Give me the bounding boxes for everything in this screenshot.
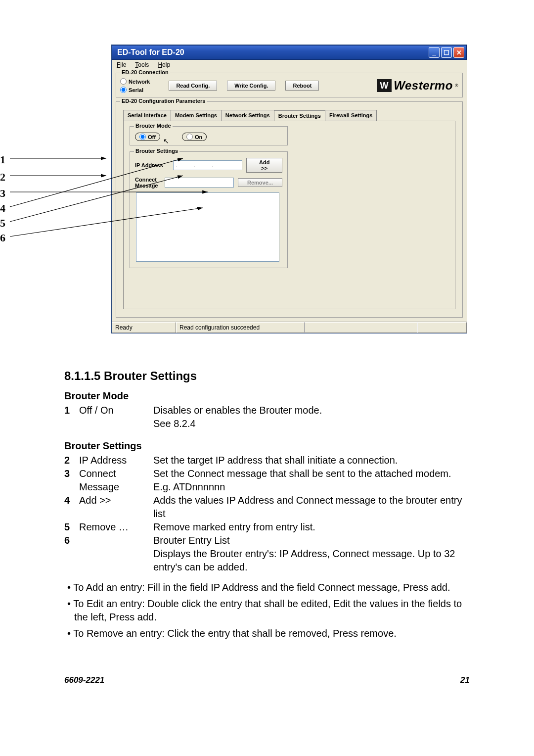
application-window: ED-Tool for ED-20 _ ☐ ✕ File Tools Help …	[111, 45, 467, 333]
tab-firewall-settings[interactable]: Firewall Settings	[325, 110, 377, 121]
section-heading: 8.1.1.5 Brouter Settings	[64, 368, 470, 384]
title-bar: ED-Tool for ED-20 _ ☐ ✕	[112, 45, 467, 60]
callout-5: 5	[0, 217, 5, 230]
add-button[interactable]: Add >>	[246, 158, 282, 173]
menu-file[interactable]: File	[117, 61, 126, 68]
def-row-2: 2 IP Address Set the target IP address t…	[64, 454, 470, 467]
status-bar: Ready Read configuration succeeded	[112, 322, 467, 333]
cursor-icon: ↖	[163, 137, 169, 145]
callout-1: 1	[0, 153, 5, 166]
def-text-1: Disables or enables the Brouter mode. Se…	[153, 404, 470, 430]
connection-group-title: ED-20 Connection	[120, 69, 170, 75]
radio-brouter-on[interactable]: On	[182, 133, 207, 141]
radio-serial[interactable]: Serial	[120, 87, 150, 93]
tab-modem-settings[interactable]: Modem Settings	[171, 110, 222, 121]
document-body: 8.1.1.5 Brouter Settings Brouter Mode 1 …	[64, 368, 470, 686]
ip-address-input[interactable]	[173, 160, 242, 170]
config-tabs: Serial Interface Modem Settings Network …	[123, 110, 458, 121]
def-row-3: 3 Connect Message Set the Connect messag…	[64, 467, 470, 494]
brouter-mode-group: Brouter Mode Off ↖ On	[130, 126, 288, 145]
window-title: ED-Tool for ED-20	[117, 48, 184, 57]
status-spacer	[305, 322, 417, 333]
page-footer: 6609-2221 21	[64, 675, 470, 686]
config-group: ED-20 Configuration Parameters Serial In…	[116, 101, 463, 318]
radio-brouter-off[interactable]: Off	[135, 133, 160, 141]
def-row-1: 1 Off / On Disables or enables the Brout…	[64, 404, 470, 430]
connect-message-input[interactable]	[165, 178, 234, 188]
status-grip	[417, 322, 467, 333]
tab-brouter-settings[interactable]: Brouter Settings	[274, 110, 325, 121]
def-row-6: 6 Brouter Entry List Displays the Broute…	[64, 534, 470, 574]
brouter-settings-group: Brouter Settings IP Address Add >> Conne…	[130, 151, 288, 268]
brouter-entry-list[interactable]	[136, 192, 279, 262]
menu-help[interactable]: Help	[158, 61, 170, 68]
ip-address-label: IP Address	[135, 162, 169, 168]
callout-4: 4	[0, 202, 5, 215]
callout-3: 3	[0, 187, 5, 200]
tab-serial-interface[interactable]: Serial Interface	[123, 110, 171, 121]
maximize-button[interactable]: ☐	[441, 47, 452, 58]
menu-bar: File Tools Help	[112, 60, 467, 70]
def-row-4: 4 Add >> Adds the values IP Address and …	[64, 494, 470, 520]
bullet-3: To Remove an entry: Click the entry that…	[74, 627, 470, 640]
footer-doc-id: 6609-2221	[64, 675, 104, 686]
write-config-button[interactable]: Write Config.	[227, 81, 275, 91]
status-message: Read configuration succeeded	[176, 322, 305, 333]
tab-network-settings[interactable]: Network Settings	[221, 110, 274, 121]
connect-message-label: Connect Message	[135, 177, 161, 189]
connection-group: ED-20 Connection Network Serial Read Con…	[116, 73, 463, 97]
logo-w-icon: W	[377, 79, 392, 92]
bullet-1: To Add an entry: Fill in the field IP Ad…	[74, 581, 470, 594]
westermo-logo: W Westermo®	[377, 79, 458, 93]
menu-tools[interactable]: Tools	[135, 61, 149, 68]
instruction-bullets: To Add an entry: Fill in the field IP Ad…	[64, 581, 470, 640]
read-config-button[interactable]: Read Config.	[169, 81, 217, 91]
close-button[interactable]: ✕	[453, 47, 464, 58]
tab-panel-brouter: Brouter Mode Off ↖ On Brouter Settings I…	[123, 121, 455, 309]
footer-page-number: 21	[460, 675, 470, 686]
status-ready: Ready	[112, 322, 176, 333]
brouter-mode-title: Brouter Mode	[134, 123, 173, 129]
def-row-5: 5 Remove … Remove marked entry from entr…	[64, 520, 470, 534]
bullet-2: To Edit an entry: Double click the entry…	[74, 597, 470, 624]
settings-subheading: Brouter Settings	[64, 439, 470, 453]
brouter-settings-title: Brouter Settings	[134, 148, 179, 154]
callout-6: 6	[0, 232, 5, 244]
mode-subheading: Brouter Mode	[64, 389, 470, 403]
reboot-button[interactable]: Reboot	[285, 81, 319, 91]
callout-2: 2	[0, 171, 5, 184]
radio-network[interactable]: Network	[120, 78, 150, 85]
remove-button[interactable]: Remove...	[238, 178, 282, 187]
minimize-button[interactable]: _	[429, 47, 440, 58]
config-group-title: ED-20 Configuration Parameters	[120, 98, 207, 104]
